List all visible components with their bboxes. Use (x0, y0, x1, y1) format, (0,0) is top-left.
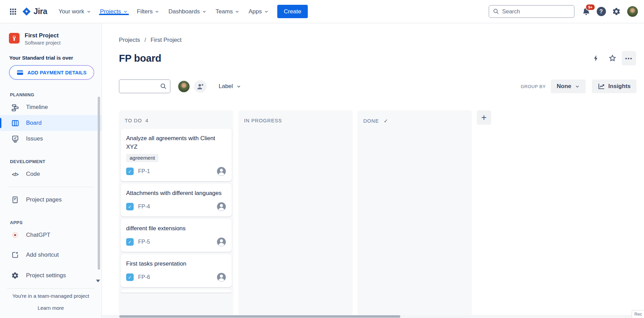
insights-button[interactable]: Insights (592, 80, 636, 93)
column-name: IN PROGRESS (244, 118, 282, 123)
assignee-placeholder-icon[interactable] (217, 237, 226, 247)
payment-button-wrap: ADD PAYMENT DETAILS (9, 65, 94, 80)
assignee-placeholder-icon[interactable] (217, 202, 226, 211)
notifications-button[interactable]: 9+ (579, 5, 593, 19)
sidebar-item-add-shortcut[interactable]: Add shortcut (0, 247, 101, 263)
learn-more-link[interactable]: Learn more (38, 305, 64, 311)
lightning-icon (592, 54, 600, 62)
add-payment-details-button[interactable]: ADD PAYMENT DETAILS (10, 66, 94, 79)
assignee-avatar[interactable] (178, 80, 190, 93)
jira-logo[interactable]: Jira (20, 7, 51, 16)
sidebar-item-code[interactable]: </> Code (0, 166, 101, 182)
board-main: Projects / First Project FP board ••• (102, 23, 644, 318)
help-button[interactable]: ? (594, 5, 608, 19)
card-title: different file extensions (126, 224, 226, 233)
sidebar-item-board[interactable]: Board (0, 115, 101, 131)
breadcrumb-separator: / (144, 37, 146, 44)
add-shortcut-icon (11, 251, 20, 259)
task-type-icon: ✓ (126, 238, 134, 246)
project-name: First Project (25, 32, 61, 39)
user-avatar[interactable] (627, 6, 638, 17)
chevron-down-icon (264, 9, 269, 14)
card-title: Analyze all agreements with Client XYZ (126, 134, 226, 151)
card-fp-4[interactable]: Attachments with different languages ✓ F… (121, 184, 232, 217)
project-type: Software project (25, 40, 61, 46)
horizontal-scrollbar[interactable] (102, 315, 644, 318)
search-input[interactable] (489, 5, 574, 18)
more-actions-button[interactable]: ••• (622, 51, 636, 65)
scroll-down-arrow-icon[interactable] (96, 280, 100, 282)
sidebar-item-timeline[interactable]: Timeline (0, 99, 101, 115)
card-list (357, 126, 472, 315)
credit-card-icon (16, 69, 24, 76)
board-columns: TO DO 4 Analyze all agreements with Clie… (119, 110, 644, 315)
column-in-progress: IN PROGRESS (238, 110, 353, 315)
done-check-icon: ✓ (384, 118, 388, 124)
gear-icon (11, 272, 20, 279)
chevron-down-icon (155, 9, 159, 14)
automation-button[interactable] (589, 51, 603, 65)
chevron-down-icon (235, 9, 240, 14)
apps-section-header: APPS (10, 220, 101, 225)
breadcrumb-project-link[interactable]: First Project (150, 37, 182, 44)
project-header: First Project Software project (9, 32, 101, 46)
card-title: Attachments with different languages (126, 189, 226, 197)
code-icon: </> (11, 171, 20, 177)
insights-chart-icon (598, 83, 605, 90)
nav-item-projects[interactable]: Projects (96, 8, 132, 15)
jira-logo-icon (22, 7, 31, 16)
nav-item-teams[interactable]: Teams (211, 8, 244, 15)
card-fp-1[interactable]: Analyze all agreements with Client XYZ a… (121, 129, 232, 181)
group-by-dropdown[interactable]: None (551, 80, 586, 93)
breadcrumb-projects-link[interactable]: Projects (119, 37, 140, 44)
settings-button[interactable] (609, 5, 623, 19)
chevron-down-icon (575, 84, 580, 89)
sidebar-item-issues[interactable]: Issues (0, 131, 101, 147)
chevron-down-icon (123, 9, 128, 14)
task-type-icon: ✓ (126, 168, 134, 175)
nav-item-dashboards[interactable]: Dashboards (164, 8, 211, 15)
star-button[interactable] (605, 51, 620, 65)
project-sidebar: First Project Software project Your Stan… (0, 23, 102, 318)
sidebar-scrollbar[interactable] (98, 97, 100, 270)
assignee-placeholder-icon[interactable] (217, 272, 226, 282)
nav-item-filters[interactable]: Filters (132, 8, 164, 15)
create-button[interactable]: Create (277, 5, 308, 18)
jira-wordmark: Jira (34, 7, 47, 16)
card-fp-6[interactable]: First tasks presentation ✓ FP-6 (121, 254, 232, 287)
add-column-button[interactable]: + (477, 110, 491, 125)
card-key: FP-4 (138, 204, 150, 210)
search-icon (160, 83, 167, 90)
board-search (119, 80, 170, 93)
sidebar-item-project-pages[interactable]: Project pages (0, 192, 101, 208)
board-icon (11, 119, 20, 127)
project-avatar-icon (9, 33, 20, 44)
horizontal-scrollbar-thumb[interactable] (119, 315, 400, 318)
notification-badge: 9+ (585, 4, 595, 11)
card-fp-5[interactable]: different file extensions ✓ FP-5 (121, 219, 232, 252)
chevron-down-icon (236, 84, 241, 89)
pages-icon (11, 196, 20, 204)
nav-item-apps[interactable]: Apps (244, 8, 273, 15)
card-list: Analyze all agreements with Client XYZ a… (119, 125, 233, 315)
search-icon (493, 8, 499, 15)
app-switcher-icon[interactable] (6, 5, 20, 19)
breadcrumb: Projects / First Project (102, 23, 644, 44)
timeline-icon (11, 103, 20, 111)
board-filter-bar: Label GROUP BY None Insights (102, 80, 644, 93)
chatgpt-app-icon (11, 231, 20, 239)
label-filter-dropdown[interactable]: Label (219, 83, 241, 90)
wrench-icon (11, 35, 17, 41)
add-people-button[interactable] (194, 80, 207, 93)
card-partial[interactable] (121, 290, 232, 293)
column-done: DONE ✓ (357, 110, 472, 315)
star-icon (608, 54, 617, 62)
card-label-tag: agreement (126, 154, 158, 162)
assignee-placeholder-icon[interactable] (217, 167, 226, 176)
sidebar-item-project-settings[interactable]: Project settings (0, 268, 101, 283)
sidebar-item-chatgpt[interactable]: ChatGPT (0, 227, 101, 243)
chevron-down-icon (86, 9, 91, 14)
task-type-icon: ✓ (126, 203, 134, 210)
card-key: FP-6 (138, 274, 150, 280)
nav-item-your-work[interactable]: Your work (54, 8, 96, 15)
